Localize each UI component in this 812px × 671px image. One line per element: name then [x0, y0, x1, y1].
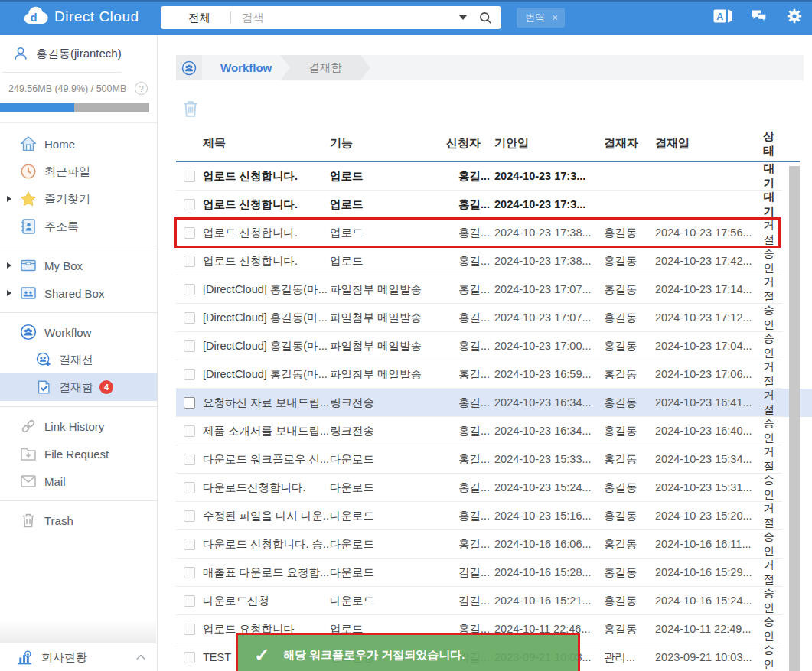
- table-row[interactable]: 제품 소개서를 보내드립...링크전송홍길...2024-10-23 16:34…: [176, 417, 782, 445]
- column-header-function[interactable]: 기능: [330, 136, 458, 151]
- row-checkbox[interactable]: [184, 199, 195, 210]
- breadcrumb-root[interactable]: Workflow: [220, 55, 272, 80]
- column-header-approval-date[interactable]: 결재일: [655, 136, 755, 151]
- table-row[interactable]: 매출표 다운로드 요청합...다운로드김길...2024-10-16 15:28…: [176, 559, 782, 587]
- table-row[interactable]: [DirectCloud] 홍길동(마...파일첨부 메일발송홍길...2024…: [176, 275, 782, 304]
- row-checkbox[interactable]: [184, 567, 195, 578]
- row-checkbox[interactable]: [184, 482, 195, 493]
- breadcrumb-current[interactable]: 결재함: [280, 55, 370, 80]
- cell-draft-date: 2024-10-16 15:21...: [494, 594, 604, 607]
- column-header-title[interactable]: 제목: [203, 136, 330, 151]
- topbar-icons: A: [713, 7, 804, 25]
- sidebar-item-file-request[interactable]: File Request: [0, 440, 157, 467]
- cell-applicant: 홍길...: [458, 480, 494, 495]
- row-checkbox-cell: [184, 340, 196, 352]
- row-checkbox[interactable]: [184, 340, 195, 352]
- table-row[interactable]: 요청하신 자료 보내드립...링크전송홍길...2024-10-23 16:34…: [176, 389, 782, 417]
- table-row[interactable]: [DirectCloud] 홍길동(마...파일첨부 메일발송홍길...2024…: [176, 360, 782, 389]
- search-icon[interactable]: [478, 10, 494, 26]
- sidebar-item-link-history[interactable]: Link History: [0, 412, 157, 440]
- user-profile[interactable]: 홍길동(jirantech): [0, 35, 157, 72]
- breadcrumb: Workflow 결재함: [176, 55, 804, 80]
- cell-draft-date: 2024-10-23 15:16...: [494, 510, 604, 522]
- table-row[interactable]: 다운로드신청다운로드김길...2024-10-16 15:21...홍길동202…: [176, 587, 782, 615]
- chat-bubbles-icon[interactable]: [750, 7, 768, 25]
- sidebar-item-contacts[interactable]: 주소록: [0, 213, 157, 240]
- vertical-scrollbar[interactable]: [789, 166, 800, 671]
- sidebar-item-home[interactable]: Home: [0, 130, 157, 158]
- table-row[interactable]: 다운로드 워크플로우 신...다운로드홍길...2024-10-23 15:33…: [176, 445, 782, 474]
- brand-logo[interactable]: d Direct Cloud: [21, 6, 139, 27]
- sidebar-item-mybox[interactable]: My Box: [0, 252, 157, 279]
- cell-approval-date: 2024-10-16 16:11...: [655, 538, 755, 550]
- chevron-down-icon[interactable]: [459, 15, 467, 20]
- sidebar-item-sharedbox[interactable]: Shared Box: [0, 279, 157, 307]
- table-row[interactable]: [DirectCloud] 홍길동(마...파일첨부 메일발송홍길...2024…: [176, 332, 782, 360]
- table-row[interactable]: [DirectCloud] 홍길동(마...파일첨부 메일발송홍길...2024…: [176, 304, 782, 332]
- approval-line-icon: [35, 351, 52, 368]
- gear-icon[interactable]: [785, 7, 804, 25]
- cell-status: 거절: [755, 388, 782, 417]
- search-box: 전체: [161, 6, 501, 29]
- cell-approver: 홍길동: [604, 339, 655, 353]
- table-row[interactable]: 다운로드 신청합니다. 승...다운로드홍길...2024-10-16 16:0…: [176, 530, 782, 559]
- company-status-label: 회사현황: [41, 650, 87, 665]
- sidebar-item-trash[interactable]: Trash: [0, 507, 157, 534]
- row-checkbox[interactable]: [184, 171, 195, 182]
- sidebar-item-approval-line[interactable]: 결재선: [0, 346, 157, 373]
- sidebar-item-workflow[interactable]: Workflow: [0, 318, 157, 346]
- translate-filter-chip[interactable]: 번역 ×: [517, 8, 565, 28]
- row-checkbox[interactable]: [184, 510, 195, 522]
- sidebar-item-favorites[interactable]: 즐겨찾기: [0, 185, 157, 213]
- column-header-draft-date[interactable]: 기안일: [494, 136, 604, 151]
- table-row[interactable]: 업로드 신청합니다.업로드홍길...2024-10-23 17:38...홍길동…: [176, 247, 782, 275]
- table-row[interactable]: 업로드 신청합니다.업로드홍길...2024-10-23 17:3...대기: [176, 191, 782, 219]
- sidebar-menu: Home 최근파일 즐겨찾기 주소록: [0, 123, 157, 534]
- table-row[interactable]: 다운로드신청합니다.다운로드홍길...2024-10-23 15:24...홍길…: [176, 474, 782, 502]
- cell-function: 파일첨부 메일발송: [330, 367, 458, 382]
- column-header-status[interactable]: 상태: [755, 129, 782, 158]
- cell-function: 파일첨부 메일발송: [330, 282, 458, 297]
- sidebar-item-label: Link History: [44, 420, 104, 433]
- search-scope-select[interactable]: 전체: [188, 11, 210, 25]
- row-checkbox[interactable]: [184, 397, 195, 409]
- translate-a-icon[interactable]: A: [713, 7, 733, 25]
- cell-title: [DirectCloud] 홍길동(마...: [203, 282, 330, 297]
- row-checkbox[interactable]: [184, 454, 195, 465]
- search-input[interactable]: [242, 11, 459, 24]
- delete-selected-icon[interactable]: [180, 97, 201, 120]
- cell-applicant: 홍길...: [458, 254, 494, 269]
- cell-status: 승인: [755, 473, 782, 502]
- column-header-approver[interactable]: 결재자: [604, 136, 655, 151]
- row-checkbox[interactable]: [184, 595, 195, 607]
- cell-approver: 홍길동: [604, 565, 655, 580]
- row-checkbox[interactable]: [184, 369, 195, 380]
- close-icon[interactable]: ×: [552, 11, 558, 24]
- cell-status: 승인: [755, 586, 782, 615]
- sidebar-item-approval-box[interactable]: 결재함 4: [0, 373, 157, 401]
- sidebar-item-mail[interactable]: Mail: [0, 467, 157, 495]
- row-checkbox[interactable]: [184, 256, 195, 267]
- expand-arrow-icon[interactable]: [7, 262, 11, 269]
- chevron-up-icon[interactable]: [135, 653, 147, 662]
- table-row[interactable]: 업로드 신청합니다.업로드홍길...2024-10-23 17:38...홍길동…: [176, 219, 782, 247]
- cell-approval-date: 2024-10-23 15:34...: [655, 453, 755, 465]
- row-checkbox[interactable]: [184, 227, 195, 239]
- expand-arrow-icon[interactable]: [7, 196, 11, 202]
- row-checkbox[interactable]: [184, 425, 195, 437]
- help-icon[interactable]: ?: [135, 82, 148, 95]
- row-checkbox[interactable]: [184, 312, 195, 324]
- sidebar-item-label: File Request: [44, 448, 109, 461]
- row-checkbox[interactable]: [184, 624, 195, 635]
- row-checkbox[interactable]: [184, 284, 195, 295]
- sidebar-item-recent-files[interactable]: 최근파일: [0, 158, 157, 185]
- company-status-toggle[interactable]: 회사현황: [0, 643, 157, 671]
- table-row[interactable]: 수정된 파일을 다시 다운...다운로드홍길...2024-10-23 15:1…: [176, 502, 782, 530]
- row-checkbox[interactable]: [184, 539, 195, 550]
- column-header-applicant[interactable]: 신청자: [446, 136, 494, 151]
- table-rows: 업로드 신청합니다.업로드홍길...2024-10-23 17:3...대기업로…: [176, 162, 782, 671]
- expand-arrow-icon[interactable]: [7, 290, 11, 296]
- row-checkbox[interactable]: [184, 652, 195, 663]
- table-row[interactable]: 업로드 신청합니다.업로드홍길...2024-10-23 17:3...대기: [176, 162, 782, 191]
- cell-function: 다운로드: [330, 594, 458, 608]
